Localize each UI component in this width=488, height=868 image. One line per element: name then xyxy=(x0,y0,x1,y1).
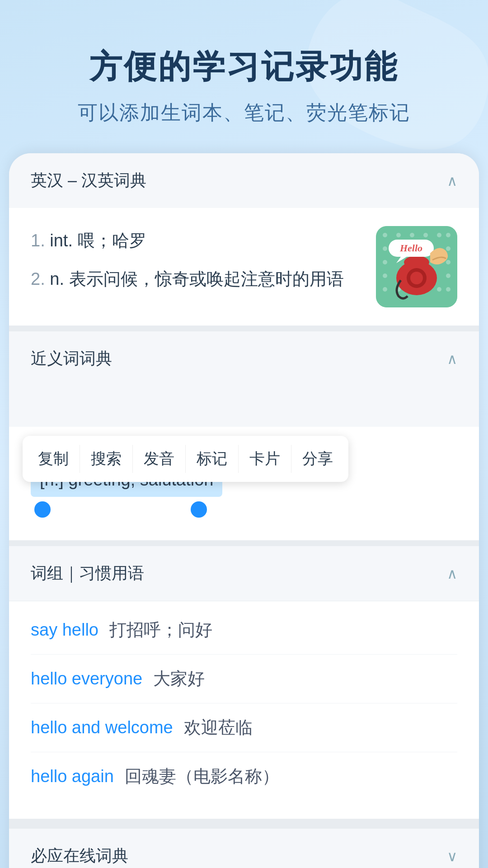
dict-def-1: 喂；哈罗 xyxy=(78,231,146,250)
phrase-en-2: hello everyone xyxy=(31,669,142,689)
dict-content: 1. int. 喂；哈罗 2. n. 表示问候，惊奇或唤起注意时的用语 xyxy=(9,208,479,326)
dict-row: 1. int. 喂；哈罗 2. n. 表示问候，惊奇或唤起注意时的用语 xyxy=(31,226,457,307)
selection-handles xyxy=(34,501,457,518)
context-menu: 复制 搜索 发音 标记 卡片 分享 xyxy=(23,436,348,482)
dict-entry-1: 1. int. 喂；哈罗 xyxy=(31,226,362,255)
svg-point-13 xyxy=(383,287,387,292)
dict-section-header[interactable]: 英汉 – 汉英词典 ∧ xyxy=(9,153,479,208)
phrase-zh-3: 欢迎莅临 xyxy=(184,716,253,739)
context-menu-mark[interactable]: 标记 xyxy=(186,445,239,473)
dict-pos-2: n. xyxy=(50,269,69,288)
header: 方便的学习记录功能 可以添加生词本、笔记、荧光笔标记 xyxy=(0,0,488,153)
context-menu-search[interactable]: 搜索 xyxy=(80,445,133,473)
phrases-content: say hello 打招呼；问好 hello everyone 大家好 hell… xyxy=(9,601,479,819)
svg-point-17 xyxy=(437,287,441,292)
biying-section: 必应在线词典 ∨ xyxy=(9,824,479,868)
svg-point-22 xyxy=(410,272,423,284)
phrase-row-2[interactable]: hello everyone 大家好 xyxy=(31,655,457,703)
synonym-content: 复制 搜索 发音 标记 卡片 分享 [n.] greeting, salutat… xyxy=(9,427,479,540)
synonym-chevron-icon: ∧ xyxy=(447,350,457,368)
phrase-en-1: say hello xyxy=(31,620,99,640)
dict-chevron-up-icon: ∧ xyxy=(447,172,457,189)
phrases-chevron-icon: ∧ xyxy=(447,565,457,582)
svg-point-18 xyxy=(446,287,450,292)
page-subtitle: 可以添加生词本、笔记、荧光笔标记 xyxy=(27,99,461,126)
svg-point-20 xyxy=(404,256,429,269)
svg-point-9 xyxy=(383,260,387,264)
context-menu-copy[interactable]: 复制 xyxy=(27,445,80,473)
svg-point-4 xyxy=(423,233,428,237)
svg-point-8 xyxy=(446,246,450,251)
dict-pos-1: int. xyxy=(50,231,77,250)
phrase-zh-2: 大家好 xyxy=(153,667,205,690)
phrase-zh-4: 回魂妻（电影名称） xyxy=(125,765,279,788)
phrases-separator xyxy=(9,819,479,824)
svg-point-6 xyxy=(446,233,450,237)
phrase-zh-1: 打招呼；问好 xyxy=(109,618,212,642)
hello-illustration: Hello xyxy=(376,226,457,307)
dict-num-2: 2. xyxy=(31,269,50,288)
handle-right xyxy=(191,501,207,518)
svg-text:Hello: Hello xyxy=(399,242,422,254)
svg-point-7 xyxy=(383,246,387,251)
phrase-en-4: hello again xyxy=(31,767,114,786)
dict-separator xyxy=(9,326,479,331)
dict-text: 1. int. 喂；哈罗 2. n. 表示问候，惊奇或唤起注意时的用语 xyxy=(31,226,362,302)
dict-def-2: 表示问候，惊奇或唤起注意时的用语 xyxy=(69,269,344,288)
page-title: 方便的学习记录功能 xyxy=(27,45,461,89)
svg-point-2 xyxy=(396,233,401,237)
biying-section-title: 必应在线词典 xyxy=(31,845,128,867)
phrase-row-1[interactable]: say hello 打招呼；问好 xyxy=(31,606,457,655)
svg-point-12 xyxy=(446,274,450,278)
svg-point-11 xyxy=(383,274,387,278)
handle-left xyxy=(34,501,51,518)
synonym-section-header[interactable]: 近义词词典 ∧ xyxy=(9,331,479,386)
main-card: 英汉 – 汉英词典 ∧ 1. int. 喂；哈罗 2. n. 表示问候，惊奇或唤… xyxy=(9,153,479,868)
svg-point-5 xyxy=(437,233,441,237)
svg-point-3 xyxy=(410,233,414,237)
phrase-row-4[interactable]: hello again 回魂妻（电影名称） xyxy=(31,752,457,801)
dict-section-title: 英汉 – 汉英词典 xyxy=(31,170,146,192)
svg-point-10 xyxy=(446,260,450,264)
dict-num-1: 1. xyxy=(31,231,50,250)
biying-chevron-down-icon: ∨ xyxy=(447,848,457,865)
svg-point-1 xyxy=(383,233,387,237)
biying-section-header[interactable]: 必应在线词典 ∨ xyxy=(9,829,479,868)
context-menu-card[interactable]: 卡片 xyxy=(239,445,291,473)
phrases-section-header[interactable]: 词组｜习惯用语 ∧ xyxy=(9,546,479,601)
phrase-row-3[interactable]: hello and welcome 欢迎莅临 xyxy=(31,703,457,752)
synonym-section-title: 近义词词典 xyxy=(31,348,112,370)
context-menu-share[interactable]: 分享 xyxy=(291,445,344,473)
context-menu-pronounce[interactable]: 发音 xyxy=(133,445,186,473)
phrases-section-title: 词组｜习惯用语 xyxy=(31,562,144,585)
synonym-separator xyxy=(9,540,479,546)
dict-entry-2: 2. n. 表示问候，惊奇或唤起注意时的用语 xyxy=(31,264,362,294)
phrase-en-3: hello and welcome xyxy=(31,718,173,737)
